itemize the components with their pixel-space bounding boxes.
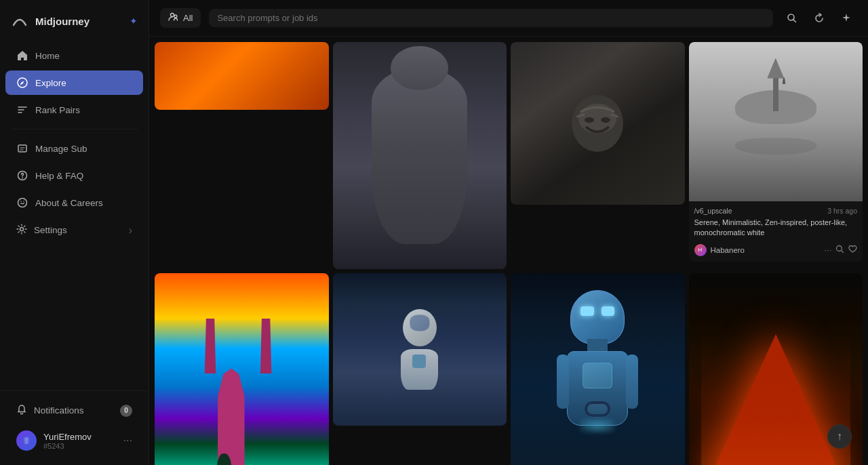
- svg-point-8: [174, 15, 177, 18]
- manage-sub-label: Manage Sub: [35, 144, 87, 154]
- info-more-icon[interactable]: ···: [824, 245, 831, 255]
- svg-point-14: [837, 245, 842, 251]
- about-icon: [16, 197, 28, 209]
- notifications-badge: 0: [120, 405, 132, 417]
- notifications-icon: [16, 404, 27, 417]
- explore-icon: [16, 77, 28, 89]
- upgrade-icon[interactable]: ✦: [130, 16, 138, 26]
- settings-label: Settings: [34, 225, 67, 235]
- topbar: All: [149, 0, 868, 37]
- list-item[interactable]: [333, 42, 507, 269]
- user-id: #5243: [43, 442, 92, 450]
- scroll-top-icon: ↑: [837, 430, 842, 443]
- search-bar[interactable]: [209, 9, 773, 27]
- filter-button[interactable]: All: [160, 8, 201, 28]
- sidebar: Midjourney ✦ Home Explore Rank Pairs: [0, 0, 149, 465]
- info-actions: ···: [824, 245, 857, 256]
- search-input[interactable]: [217, 13, 765, 23]
- notifications-item[interactable]: Notifications 0: [5, 398, 143, 423]
- svg-point-7: [171, 14, 174, 17]
- help-icon: [16, 169, 28, 182]
- main-content: All: [149, 0, 868, 465]
- svg-point-12: [585, 117, 594, 123]
- user-more-button[interactable]: ···: [123, 434, 132, 447]
- settings-chevron: ›: [129, 224, 132, 237]
- sidebar-item-home[interactable]: Home: [5, 43, 143, 68]
- manage-sub-icon: [16, 142, 28, 155]
- scroll-top-button[interactable]: ↑: [827, 424, 852, 449]
- sidebar-item-manage-sub[interactable]: Manage Sub: [5, 136, 143, 161]
- list-item[interactable]: [155, 273, 329, 465]
- user-avatar: [16, 430, 37, 451]
- info-user-avatar: H: [694, 244, 707, 256]
- user-name: YuriEfremov: [43, 432, 92, 442]
- user-profile[interactable]: YuriEfremov #5243 ···: [5, 424, 143, 457]
- app-name: Midjourney: [35, 16, 90, 27]
- home-icon: [16, 49, 28, 62]
- svg-point-5: [23, 201, 24, 202]
- list-item[interactable]: [511, 42, 685, 205]
- info-panel: /v6_upscale 3 hrs ago Serene, Minimalist…: [689, 201, 863, 262]
- info-cmd: /v6_upscale: [694, 207, 732, 215]
- filter-people-icon: [168, 12, 179, 24]
- info-time: 3 hrs ago: [827, 207, 857, 215]
- sidebar-item-about-careers[interactable]: About & Careers: [5, 190, 143, 215]
- midjourney-icon: [11, 12, 28, 30]
- topbar-icons: [781, 7, 857, 29]
- svg-rect-1: [18, 145, 26, 152]
- sidebar-item-explore[interactable]: Explore: [5, 70, 143, 95]
- rank-pairs-icon: [16, 104, 28, 116]
- svg-point-6: [20, 228, 24, 231]
- sidebar-item-rank-pairs[interactable]: Rank Pairs: [5, 98, 143, 122]
- filter-label: All: [183, 13, 193, 23]
- topbar-sparkle-button[interactable]: [835, 7, 857, 29]
- rank-pairs-label: Rank Pairs: [35, 105, 80, 115]
- topbar-refresh-button[interactable]: [808, 7, 830, 29]
- svg-point-13: [601, 117, 610, 123]
- gallery-grid: /v6_upscale 3 hrs ago Serene, Minimalist…: [149, 37, 868, 465]
- list-item[interactable]: [155, 42, 329, 110]
- nav-section: Home Explore Rank Pairs Manage Sub He: [0, 39, 149, 390]
- list-item[interactable]: /v6_upscale 3 hrs ago Serene, Minimalist…: [689, 42, 863, 262]
- nav-divider: [11, 129, 138, 129]
- notifications-label: Notifications: [34, 405, 84, 416]
- app-logo: Midjourney ✦: [0, 0, 149, 39]
- info-search-icon[interactable]: [835, 245, 844, 256]
- sidebar-item-settings[interactable]: Settings ›: [5, 218, 143, 243]
- info-heart-icon[interactable]: [848, 245, 857, 256]
- info-username: Habanero: [711, 246, 745, 254]
- topbar-search-button[interactable]: [781, 7, 803, 29]
- sidebar-item-help-faq[interactable]: Help & FAQ: [5, 163, 143, 188]
- about-careers-label: About & Careers: [35, 198, 103, 208]
- info-desc: Serene, Minimalistic, Zen-inspired, post…: [694, 218, 858, 239]
- list-item[interactable]: [511, 273, 685, 465]
- home-label: Home: [35, 51, 60, 61]
- sidebar-bottom: Notifications 0 YuriEfremov #5243 ···: [0, 390, 149, 465]
- svg-point-3: [18, 199, 27, 207]
- settings-icon: [16, 224, 27, 237]
- list-item[interactable]: [333, 273, 507, 426]
- svg-point-4: [20, 201, 22, 202]
- explore-label: Explore: [35, 78, 66, 88]
- help-faq-label: Help & FAQ: [35, 171, 83, 181]
